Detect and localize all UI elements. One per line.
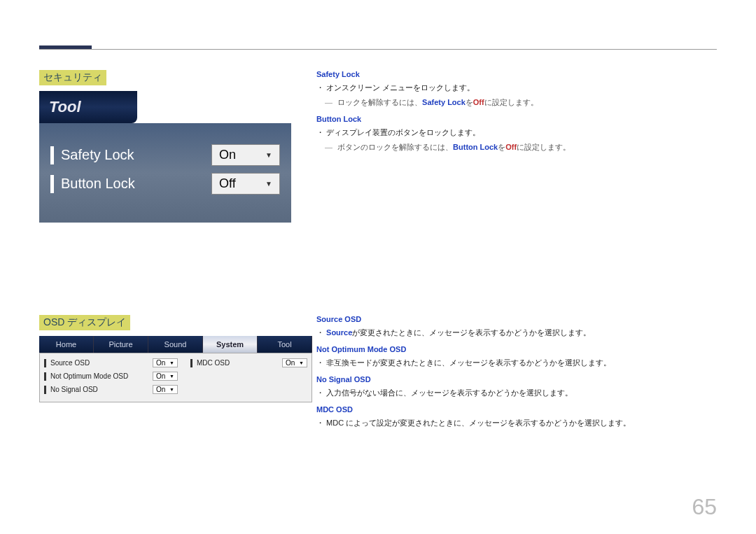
mdc-osd-bullet: MDC によって設定が変更されたときに、メッセージを表示するかどうかを選択します… <box>328 418 717 428</box>
not-optimum-bullet: 非互換モードが変更されたときに、メッセージを表示するかどうかを選択します。 <box>328 358 717 368</box>
mdc-osd-dropdown[interactable]: On▼ <box>282 358 307 367</box>
button-lock-bullet: ディスプレイ装置のボタンをロックします。 <box>328 127 717 138</box>
osd-row: Source OSD On▼ MDC OSD On▼ <box>44 356 307 370</box>
row-marker <box>50 146 54 164</box>
chevron-down-icon: ▼ <box>265 151 272 159</box>
chevron-down-icon: ▼ <box>169 360 174 365</box>
source-osd-dropdown[interactable]: On▼ <box>153 358 178 367</box>
button-lock-head: Button Lock <box>316 115 717 123</box>
osd-tabs: Home Picture Sound System Tool <box>39 336 312 353</box>
source-osd-head: Source OSD <box>316 315 717 323</box>
row-marker <box>44 359 46 367</box>
security-title: セキュリティ <box>39 70 106 85</box>
no-signal-label: No Signal OSD <box>50 386 153 393</box>
mdc-osd-head: MDC OSD <box>316 405 717 414</box>
mdc-osd-label: MDC OSD <box>197 359 282 367</box>
osd-row: No Signal OSD On▼ <box>44 383 307 396</box>
button-lock-dropdown[interactable]: Off ▼ <box>211 173 280 195</box>
chevron-down-icon: ▼ <box>265 180 272 188</box>
safety-lock-note: ― ロックを解除するには、Safety LockをOffに設定します。 <box>337 97 717 108</box>
no-signal-bullet: 入力信号がない場合に、メッセージを表示するかどうかを選択します。 <box>328 388 717 398</box>
page-number: 65 <box>692 494 717 520</box>
tool-row-safety-lock: Safety Lock On ▼ <box>50 144 280 166</box>
chevron-down-icon: ▼ <box>169 374 174 379</box>
security-descriptions: Safety Lock オンスクリーン メニューをロックします。 ― ロックを解… <box>316 70 717 157</box>
osd-panel-screenshot: Home Picture Sound System Tool Source OS… <box>39 336 312 402</box>
row-marker <box>50 175 54 193</box>
button-lock-value: Off <box>219 176 236 191</box>
row-marker <box>44 386 46 394</box>
tool-panel-header: Tool <box>39 91 137 123</box>
no-signal-dropdown[interactable]: On▼ <box>153 385 178 394</box>
tab-home[interactable]: Home <box>39 336 94 353</box>
no-signal-head: No Signal OSD <box>316 375 717 384</box>
button-lock-note: ― ボタンのロックを解除するには、Button LockをOffに設定します。 <box>337 142 717 153</box>
tool-panel-screenshot: Tool Safety Lock On ▼ Button Lock Off ▼ <box>39 91 291 223</box>
not-optimum-label: Not Optimum Mode OSD <box>50 372 153 380</box>
source-osd-label: Source OSD <box>50 359 153 367</box>
safety-lock-label: Safety Lock <box>61 147 211 163</box>
not-optimum-head: Not Optimum Mode OSD <box>316 345 717 353</box>
tab-system[interactable]: System <box>203 336 258 353</box>
safety-lock-dropdown[interactable]: On ▼ <box>211 144 280 166</box>
row-marker <box>190 359 192 367</box>
chevron-down-icon: ▼ <box>169 387 174 392</box>
chevron-down-icon: ▼ <box>299 360 304 365</box>
tab-tool[interactable]: Tool <box>258 336 312 353</box>
tab-picture[interactable]: Picture <box>94 336 148 353</box>
tab-sound[interactable]: Sound <box>148 336 203 353</box>
row-marker <box>44 372 46 381</box>
safety-lock-value: On <box>219 148 236 162</box>
header-line <box>39 49 717 50</box>
safety-lock-bullet: オンスクリーン メニューをロックします。 <box>328 83 717 93</box>
osd-title: OSD ディスプレイ <box>39 315 130 330</box>
tool-row-button-lock: Button Lock Off ▼ <box>50 173 280 195</box>
button-lock-label: Button Lock <box>61 176 211 192</box>
section-osd: OSD ディスプレイ <box>39 315 130 330</box>
section-security: セキュリティ <box>39 70 106 85</box>
osd-row: Not Optimum Mode OSD On▼ <box>44 370 307 383</box>
not-optimum-dropdown[interactable]: On▼ <box>153 372 178 381</box>
safety-lock-head: Safety Lock <box>316 70 717 78</box>
source-osd-bullet: Sourceが変更されたときに、メッセージを表示するかどうかを選択します。 <box>328 328 717 338</box>
osd-descriptions: Source OSD Sourceが変更されたときに、メッセージを表示するかどう… <box>316 315 717 433</box>
